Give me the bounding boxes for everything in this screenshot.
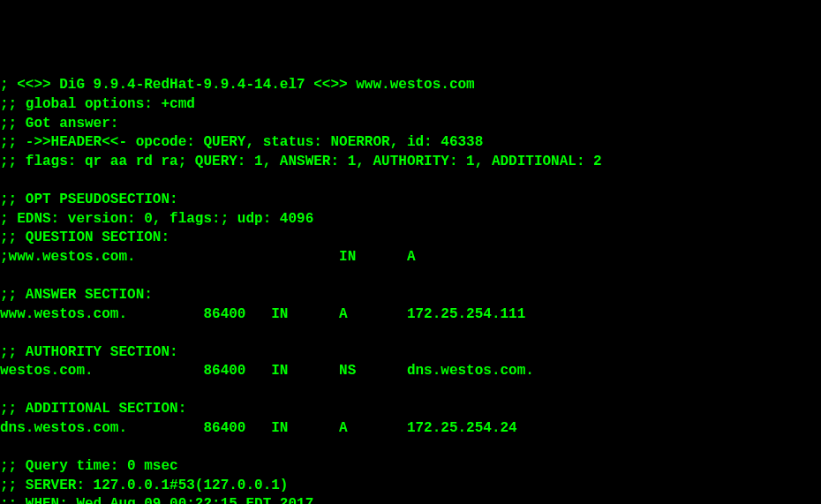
authority-section-header: ;; AUTHORITY SECTION: <box>0 344 178 360</box>
question-section-header: ;; QUESTION SECTION: <box>0 229 169 245</box>
terminal-output: ; <<>> DiG 9.9.4-RedHat-9.9.4-14.el7 <<>… <box>0 76 821 504</box>
question-record: ;www.westos.com. IN A <box>0 249 415 265</box>
answer-section-header: ;; ANSWER SECTION: <box>0 287 153 303</box>
when-line: ;; WHEN: Wed Aug 09 00:22:15 EDT 2017 <box>0 496 313 504</box>
flags-line: ;; flags: qr aa rd ra; QUERY: 1, ANSWER:… <box>0 154 602 169</box>
opt-pseudosection-header: ;; OPT PSEUDOSECTION: <box>0 192 178 207</box>
authority-record: westos.com. 86400 IN NS dns.westos.com. <box>0 363 534 379</box>
edns-line: ; EDNS: version: 0, flags:; udp: 4096 <box>0 211 313 227</box>
answer-record: www.westos.com. 86400 IN A 172.25.254.11… <box>0 306 525 322</box>
dig-header-line: ; <<>> DiG 9.9.4-RedHat-9.9.4-14.el7 <<>… <box>0 77 475 93</box>
global-options-line: ;; global options: +cmd <box>0 96 195 112</box>
got-answer-line: ;; Got answer: <box>0 116 118 132</box>
additional-record: dns.westos.com. 86400 IN A 172.25.254.24 <box>0 420 517 436</box>
additional-section-header: ;; ADDITIONAL SECTION: <box>0 401 186 417</box>
header-line: ;; ->>HEADER<<- opcode: QUERY, status: N… <box>0 134 483 150</box>
query-time-line: ;; Query time: 0 msec <box>0 458 178 474</box>
server-line: ;; SERVER: 127.0.0.1#53(127.0.0.1) <box>0 478 288 493</box>
